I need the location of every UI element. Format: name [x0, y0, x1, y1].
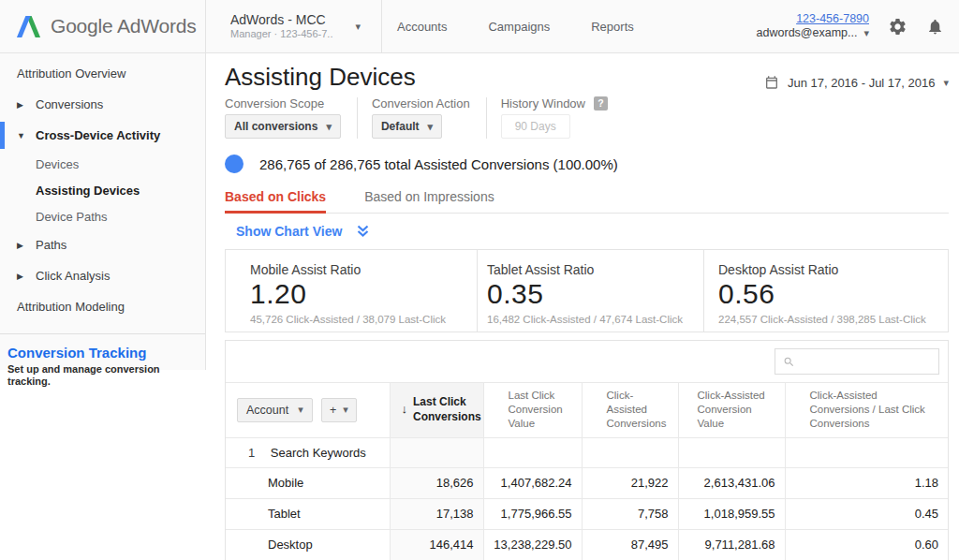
date-range-label: Jun 17, 2016 - Jul 17, 2016	[788, 76, 936, 90]
sidebar-item-click-analysis[interactable]: ▶ Click Analysis	[0, 260, 205, 291]
cell: 0.60	[785, 529, 948, 560]
triangle-right-icon: ▶	[17, 241, 27, 250]
help-icon[interactable]: ?	[594, 96, 608, 111]
segment-header-cell: Account ▾ + ▾	[226, 383, 390, 437]
cell: 1,018,959.55	[678, 498, 785, 529]
cell: 17,138	[390, 498, 483, 529]
cell: 1,407,682.24	[483, 467, 582, 498]
card-detail: 16,482 Click-Assisted / 47,674 Last-Clic…	[487, 314, 703, 325]
table-row-mobile: Mobile 18,626 1,407,682.24 21,922 2,613,…	[226, 467, 948, 498]
sidebar-item-cross-device-activity[interactable]: ▼ Cross-Device Activity	[0, 120, 205, 151]
double-chevron-down-icon	[356, 225, 370, 238]
column-header-assist-ratio[interactable]: Click-Assisted Conversions / Last Click …	[785, 383, 948, 437]
sidebar-item-assisting-devices[interactable]: Assisting Devices	[0, 177, 205, 203]
filter-bar: Conversion Scope All conversions ▾ Conve…	[225, 96, 949, 139]
cell: 87,495	[582, 529, 678, 560]
search-icon	[783, 356, 795, 368]
cell: 1,775,966.55	[483, 498, 582, 529]
summary-text: 286,765 of 286,765 total Assisted Conver…	[259, 156, 618, 172]
column-header-click-assisted-conversions[interactable]: Click-Assisted Conversions	[582, 383, 678, 437]
row-number: 1	[248, 446, 255, 460]
bell-icon	[926, 17, 944, 37]
brand: Google AdWords	[0, 0, 206, 52]
summary-row: 286,765 of 286,765 total Assisted Conver…	[225, 155, 949, 173]
calendar-icon	[764, 75, 779, 90]
nav-item-accounts[interactable]: Accounts	[397, 20, 447, 34]
sidebar-item-device-paths[interactable]: Device Paths	[0, 203, 205, 229]
card-value: 0.35	[487, 280, 703, 308]
sidebar: Attribution Overview ▶ Conversions ▼ Cro…	[0, 53, 206, 370]
cell: 13,238,229.50	[483, 529, 582, 560]
sidebar-item-conversions[interactable]: ▶ Conversions	[0, 89, 205, 120]
tab-based-on-clicks[interactable]: Based on Clicks	[225, 184, 326, 214]
chevron-down-icon: ▾	[863, 26, 869, 40]
card-tablet-assist-ratio: Tablet Assist Ratio 0.35 16,482 Click-As…	[477, 250, 703, 332]
column-header-last-click-conversion-value[interactable]: Last Click Conversion Value	[483, 383, 582, 437]
card-detail: 45,726 Click-Assisted / 38,079 Last-Clic…	[250, 314, 477, 325]
conversion-scope-label: Conversion Scope	[225, 96, 341, 111]
cell: 0.45	[785, 498, 948, 529]
cell: 18,626	[390, 467, 483, 498]
nav-item-campaigns[interactable]: Campaigns	[488, 20, 550, 34]
column-header-click-assisted-conversion-value[interactable]: Click-Assisted Conversion Value	[678, 383, 785, 437]
row-label: Tablet	[226, 498, 390, 529]
sidebar-item-devices[interactable]: Devices	[0, 151, 205, 177]
history-window-group: History Window ? 90 Days	[501, 96, 608, 139]
segment-select-button[interactable]: Account ▾	[237, 398, 313, 422]
filter-divider	[357, 97, 358, 139]
cell: 146,414	[390, 529, 483, 560]
brand-name: Google AdWords	[51, 15, 197, 37]
conversion-tracking-description: Set up and manage conversion tracking.	[7, 363, 194, 388]
history-window-label: History Window ?	[501, 96, 608, 111]
adwords-logo-icon	[15, 13, 42, 40]
user-menu[interactable]: adwords@examp... ▾	[757, 26, 869, 40]
account-switcher[interactable]: AdWords - MCC Manager · 123-456-7.. ▾	[206, 0, 382, 52]
conversion-action-group: Conversion Action Default ▾	[372, 96, 470, 139]
add-segment-button[interactable]: + ▾	[321, 398, 357, 422]
blue-dot-icon	[225, 155, 243, 173]
cell: 1.18	[785, 467, 948, 498]
tab-bar: Based on Clicks Based on Impressions	[225, 184, 949, 214]
card-value: 1.20	[250, 280, 477, 308]
column-header-last-click-conversions[interactable]: ↓ Last Click Conversions	[390, 383, 483, 437]
card-title: Tablet Assist Ratio	[487, 262, 703, 277]
top-bar: Google AdWords AdWords - MCC Manager · 1…	[0, 0, 959, 53]
table-row-tablet: Tablet 17,138 1,775,966.55 7,758 1,018,9…	[226, 498, 948, 529]
sort-descending-icon: ↓	[402, 402, 408, 418]
gear-icon	[888, 17, 907, 37]
card-detail: 224,557 Click-Assisted / 398,285 Last-Cl…	[718, 314, 948, 325]
sidebar-item-attribution-overview[interactable]: Attribution Overview	[0, 58, 205, 89]
show-chart-view-link[interactable]: Show Chart View	[225, 222, 949, 241]
table-toolbar	[226, 341, 948, 383]
active-section-indicator	[0, 122, 5, 149]
card-title: Desktop Assist Ratio	[718, 262, 948, 277]
row-label: Desktop	[226, 529, 390, 560]
cell: 21,922	[582, 467, 678, 498]
group-row-label: 1 Search Keywords	[226, 437, 390, 467]
history-window-value: 90 Days	[501, 114, 570, 139]
chevron-down-icon: ▾	[326, 121, 332, 133]
sidebar-item-paths[interactable]: ▶ Paths	[0, 229, 205, 260]
conversion-tracking-link[interactable]: Conversion Tracking	[7, 345, 194, 361]
triangle-down-icon: ▼	[17, 131, 27, 140]
chevron-down-icon: ▾	[943, 77, 949, 89]
phone-link[interactable]: 123-456-7890	[757, 12, 869, 26]
settings-button[interactable]	[888, 17, 907, 37]
chevron-down-icon: ▾	[355, 21, 361, 33]
notifications-button[interactable]	[926, 17, 944, 37]
page-title: Assisting Devices	[225, 64, 416, 90]
data-table-panel: Account ▾ + ▾ ↓	[225, 340, 949, 560]
triangle-right-icon: ▶	[17, 100, 27, 110]
date-range-picker[interactable]: Jun 17, 2016 - Jul 17, 2016 ▾	[764, 75, 949, 90]
conversion-action-label: Conversion Action	[372, 96, 470, 111]
card-value: 0.56	[718, 280, 948, 308]
nav-item-reports[interactable]: Reports	[591, 20, 634, 34]
sidebar-item-attribution-modeling[interactable]: Attribution Modeling	[0, 291, 205, 322]
table-search-input[interactable]	[801, 355, 938, 368]
tab-based-on-impressions[interactable]: Based on Impressions	[364, 184, 494, 214]
body: Attribution Overview ▶ Conversions ▼ Cro…	[0, 53, 959, 560]
account-switcher-subtitle: Manager · 123-456-7..	[230, 27, 332, 40]
table-group-row: 1 Search Keywords	[226, 437, 948, 467]
conversion-scope-select[interactable]: All conversions ▾	[225, 114, 341, 139]
conversion-action-select[interactable]: Default ▾	[372, 114, 442, 139]
